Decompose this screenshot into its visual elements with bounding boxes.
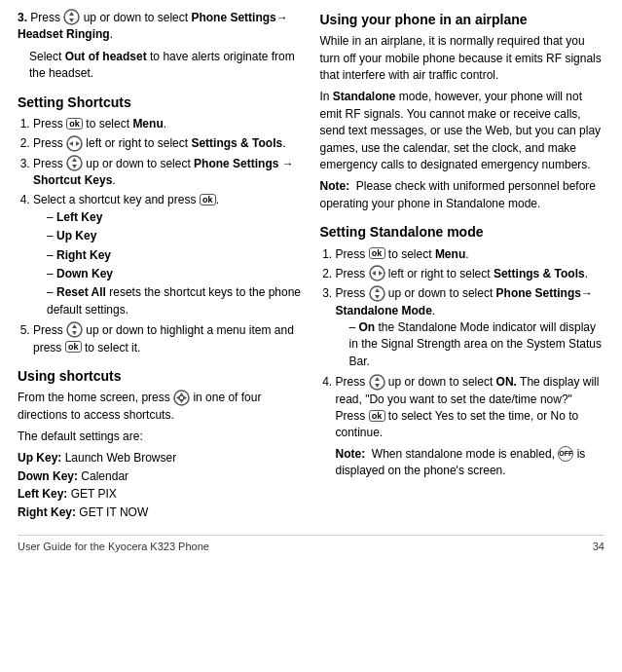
ok-icon: ok xyxy=(200,194,216,205)
svg-marker-22 xyxy=(375,295,380,299)
list-item: Press ok to select Menu. xyxy=(33,116,303,132)
svg-marker-4 xyxy=(69,141,73,146)
nav-icon xyxy=(369,285,385,302)
nav-icon xyxy=(369,265,385,281)
list-item: Right Key xyxy=(47,247,303,264)
nav-icon xyxy=(66,135,83,152)
svg-marker-25 xyxy=(375,384,380,388)
list-item: Press up or down to select Phone Setting… xyxy=(33,156,303,190)
svg-marker-19 xyxy=(379,271,383,276)
list-item: Press up or down to highlight a menu ite… xyxy=(33,322,303,356)
key-list: Up Key: Launch Web Browser Down Key: Cal… xyxy=(18,450,303,521)
list-item: Select a shortcut key and press ok. Left… xyxy=(33,192,303,318)
using-shortcuts-heading: Using shortcuts xyxy=(18,366,303,386)
shortcuts-list: Press ok to select Menu. Press left or r… xyxy=(18,116,303,356)
list-item: Press up or down to select Phone Setting… xyxy=(336,285,605,370)
svg-marker-7 xyxy=(72,158,77,162)
svg-marker-21 xyxy=(375,288,380,292)
list-item: Press left or right to select Settings &… xyxy=(336,266,605,282)
nav-icon xyxy=(369,374,385,391)
svg-marker-16 xyxy=(183,395,187,400)
nav-icon xyxy=(66,321,83,338)
ok-icon: ok xyxy=(65,341,82,353)
svg-marker-1 xyxy=(69,12,74,16)
footer-right: 34 xyxy=(593,540,604,555)
footer-left: User Guide for the Kyocera K323 Phone xyxy=(18,540,209,555)
list-item: Left Key xyxy=(47,209,303,226)
svg-marker-15 xyxy=(176,395,180,400)
page-footer: User Guide for the Kyocera K323 Phone 34 xyxy=(18,535,604,555)
nav-icon xyxy=(66,155,83,171)
standalone-list: Press ok to select Menu. Press left or r… xyxy=(320,246,605,480)
ok-icon: ok xyxy=(369,410,385,422)
svg-marker-24 xyxy=(375,377,380,381)
svg-marker-5 xyxy=(76,141,80,146)
list-item: Reset All resets the shortcut keys to th… xyxy=(47,284,303,318)
svg-marker-11 xyxy=(72,331,77,335)
off-icon: OFF xyxy=(558,446,573,462)
nav-icon xyxy=(173,390,190,406)
item-3-continuation: 3. Press up or down to select Phone Sett… xyxy=(18,10,303,83)
list-item: Press up or down to select ON. The displ… xyxy=(336,374,605,479)
nav-icon-3 xyxy=(63,9,80,25)
ok-icon: ok xyxy=(369,247,385,259)
list-item: Up Key xyxy=(47,228,303,244)
shortcut-dash-list: Left Key Up Key Right Key Down Key Reset… xyxy=(33,209,303,318)
svg-marker-18 xyxy=(372,271,376,276)
standalone-mode-heading: Setting Standalone mode xyxy=(320,222,605,242)
svg-marker-10 xyxy=(72,324,77,328)
standalone-dash-list: On the Standalone Mode indicator will di… xyxy=(336,319,605,370)
list-item: Press left or right to select Settings &… xyxy=(33,135,303,152)
right-column: Using your phone in an airplane While in… xyxy=(320,10,605,525)
list-item: Press ok to select Menu. xyxy=(336,246,605,263)
ok-icon: ok xyxy=(66,118,83,130)
left-column: 3. Press up or down to select Phone Sett… xyxy=(18,10,303,525)
setting-shortcuts-heading: Setting Shortcuts xyxy=(18,93,303,112)
svg-marker-8 xyxy=(72,165,77,168)
svg-marker-2 xyxy=(69,19,74,22)
list-item: On the Standalone Mode indicator will di… xyxy=(349,319,605,370)
airplane-heading: Using your phone in an airplane xyxy=(320,10,605,29)
list-item: Down Key xyxy=(47,266,303,282)
